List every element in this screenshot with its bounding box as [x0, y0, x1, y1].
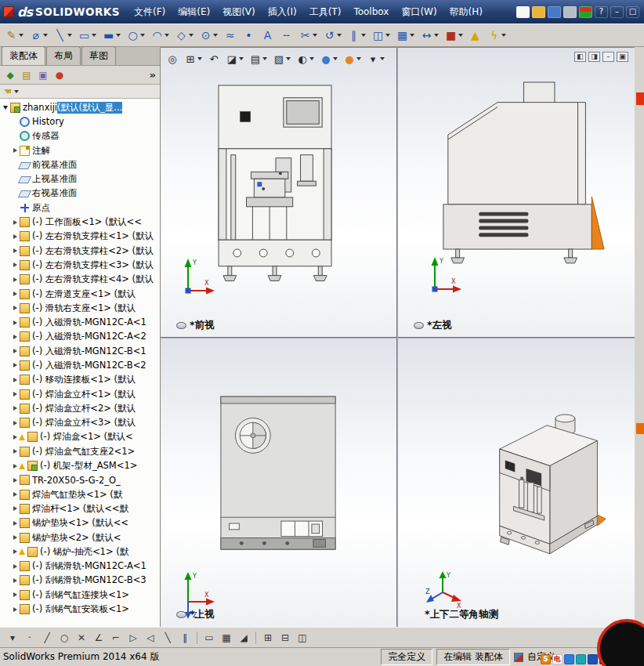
- edit-appearance-icon[interactable]: ●: [317, 50, 340, 67]
- polygon-icon[interactable]: ◇: [172, 26, 196, 45]
- tree-item[interactable]: (-) 焊油盒气缸支座2<1>: [0, 444, 160, 458]
- save-icon[interactable]: [548, 6, 561, 18]
- tree-item[interactable]: (-) 入磁滑轨-MGN12C-B<2: [0, 358, 160, 372]
- dropdown-arrow-icon[interactable]: [165, 34, 169, 37]
- tree-item[interactable]: 原点: [0, 201, 160, 215]
- tree-item[interactable]: 前视基准面: [0, 157, 160, 172]
- tree-item[interactable]: 传感器: [0, 129, 160, 143]
- pane-right-icon[interactable]: ◨: [588, 52, 600, 62]
- display-style-icon[interactable]: ▧: [270, 50, 293, 67]
- menu-window[interactable]: 窗口(W): [395, 0, 443, 24]
- dropdown-arrow-icon[interactable]: [313, 34, 317, 37]
- dropdown-arrow-icon[interactable]: [213, 34, 218, 37]
- repair-sketch-icon[interactable]: ▲: [466, 26, 484, 45]
- view-settings-icon[interactable]: ▾: [364, 50, 387, 67]
- point-icon[interactable]: •: [240, 26, 258, 45]
- tree-item[interactable]: (-) 锡炉-抽壳<1> (默: [0, 545, 160, 559]
- dropdown-arrow-icon[interactable]: [361, 34, 366, 37]
- tree-item[interactable]: (-) 焊油盒立杆<3> (默认: [0, 416, 160, 430]
- tree-item[interactable]: (-) 刮锡气缸安装板<1>: [0, 602, 160, 616]
- tab-assembly[interactable]: 装配体: [2, 46, 45, 65]
- tree-item[interactable]: (-) 焊油盒<1> (默认<: [0, 430, 160, 444]
- move-entities-icon[interactable]: ↔: [418, 26, 441, 45]
- dropdown-arrow-icon[interactable]: [410, 34, 414, 37]
- tree-item[interactable]: (-) 左滑道支座<1> (默认: [0, 287, 160, 301]
- print-icon[interactable]: [563, 6, 577, 18]
- menu-help[interactable]: 帮助(H): [443, 0, 489, 24]
- text-icon[interactable]: A: [259, 26, 277, 45]
- viewport-isometric[interactable]: Y X Z *上下二等角轴测: [398, 338, 635, 628]
- dropdown-arrow-icon[interactable]: [262, 57, 267, 60]
- edit-color-icon[interactable]: ✎: [2, 26, 26, 45]
- dropdown-arrow-icon[interactable]: [43, 34, 48, 37]
- filter-prev-icon[interactable]: ◁: [143, 630, 158, 646]
- ellipse-icon[interactable]: ⊙: [197, 26, 220, 45]
- mirror-entities-icon[interactable]: ◫: [369, 26, 393, 45]
- trim-entities-icon[interactable]: ✂: [296, 26, 320, 45]
- zoom-area-icon[interactable]: ⊞: [182, 50, 204, 67]
- menu-edit[interactable]: 编辑(E): [172, 0, 216, 24]
- dropdown-arrow-icon[interactable]: [501, 34, 506, 37]
- apply-scene-icon[interactable]: ●: [341, 50, 364, 67]
- grid-viewport-icon[interactable]: ▦: [219, 630, 234, 646]
- tab-layout[interactable]: 布局: [46, 46, 81, 65]
- dropdown-arrow-icon[interactable]: [92, 34, 96, 37]
- tree-item[interactable]: (-) 左右滑轨支撑柱<2> (默认: [0, 244, 160, 258]
- tree-item[interactable]: (-) 焊油盒立杆<2> (默认: [0, 401, 160, 415]
- open-folder-icon[interactable]: [532, 6, 545, 18]
- filter-faces-icon[interactable]: ○: [56, 630, 72, 646]
- tree-item[interactable]: (-) 左右滑轨支撑柱<1> (默认: [0, 230, 160, 244]
- two-viewport-v-icon[interactable]: ◫: [295, 630, 310, 646]
- tree-item[interactable]: 焊油杆<1> (默认<<默: [0, 501, 160, 516]
- toolbar-expand-icon[interactable]: ▾: [5, 630, 20, 646]
- dropdown-arrow-icon[interactable]: [380, 57, 385, 60]
- dropdown-arrow-icon[interactable]: [333, 57, 338, 60]
- filter-surface-icon[interactable]: ⌐: [108, 630, 124, 646]
- dropdown-arrow-icon[interactable]: [189, 34, 194, 37]
- tree-item[interactable]: (-) 刮锡滑轨-MGN12C-B<3: [0, 574, 160, 588]
- tree-item[interactable]: 锡炉垫块<2> (默认<: [0, 530, 160, 545]
- dropdown-arrow-icon[interactable]: [19, 34, 24, 37]
- viewport-top[interactable]: Y X Z *上视: [161, 338, 397, 628]
- tree-item[interactable]: (-) 机架-型材_ASM<1>: [0, 458, 160, 472]
- tree-item[interactable]: (-) 左右滑轨支撑柱<3> (默认: [0, 258, 160, 272]
- tree-item[interactable]: History: [0, 114, 160, 128]
- maximize-icon[interactable]: □: [626, 6, 639, 18]
- dropdown-arrow-icon[interactable]: [458, 34, 463, 37]
- filter-parallel-icon[interactable]: ∥: [177, 630, 193, 646]
- tree-item[interactable]: (-) 入磁滑轨-MGN12C-B<1: [0, 344, 160, 358]
- menu-file[interactable]: 文件(F): [128, 0, 172, 24]
- tree-item[interactable]: (-) 刮锡气缸连接块<1>: [0, 588, 160, 602]
- filter-axis-icon[interactable]: ╲: [160, 630, 175, 646]
- doc-restore-icon[interactable]: ▣: [617, 52, 628, 62]
- dropdown-arrow-icon[interactable]: [385, 34, 390, 37]
- two-viewport-h-icon[interactable]: ⊟: [277, 630, 293, 646]
- dropdown-arrow-icon[interactable]: [356, 57, 361, 60]
- quick-snaps-icon[interactable]: ϟ: [485, 26, 508, 45]
- help-icon[interactable]: ?: [595, 6, 608, 18]
- dropdown-arrow-icon[interactable]: [434, 34, 439, 37]
- dropdown-arrow-icon[interactable]: [67, 34, 72, 37]
- doc-minimize-icon[interactable]: –: [602, 52, 614, 62]
- smart-dimension-icon[interactable]: ⌀: [27, 26, 50, 45]
- tree-item[interactable]: (-) 工作面板<1> (默认<<: [0, 215, 160, 229]
- panel-expand-chevron[interactable]: »: [150, 69, 156, 81]
- clear-selections-icon[interactable]: ✕: [74, 630, 89, 646]
- filter-vertices-icon[interactable]: ·: [22, 630, 38, 646]
- tree-item[interactable]: (-) 移动连接板<1> (默认: [0, 373, 160, 387]
- dropdown-arrow-icon[interactable]: [286, 57, 291, 60]
- view-orientation-icon[interactable]: ▤: [247, 50, 270, 67]
- new-document-icon[interactable]: [516, 6, 530, 18]
- tree-item[interactable]: (-) 入磁滑轨-MGN12C-A<1: [0, 315, 160, 329]
- display-relations-icon[interactable]: ■: [442, 26, 465, 45]
- pane-left-icon[interactable]: ◧: [574, 52, 586, 62]
- dropdown-arrow-icon[interactable]: [140, 34, 145, 37]
- previous-view-icon[interactable]: ↶: [205, 50, 223, 67]
- tree-item[interactable]: (-) 左右滑轨支撑柱<4> (默认: [0, 273, 160, 287]
- menu-toolbox[interactable]: Toolbox: [347, 0, 395, 24]
- section-view-icon[interactable]: ◪: [223, 50, 246, 67]
- dropdown-arrow-icon[interactable]: [197, 57, 202, 60]
- tab-sketch[interactable]: 草图: [81, 46, 116, 65]
- dian-icon[interactable]: 电: [552, 654, 563, 664]
- app-navy-icon[interactable]: [588, 654, 598, 664]
